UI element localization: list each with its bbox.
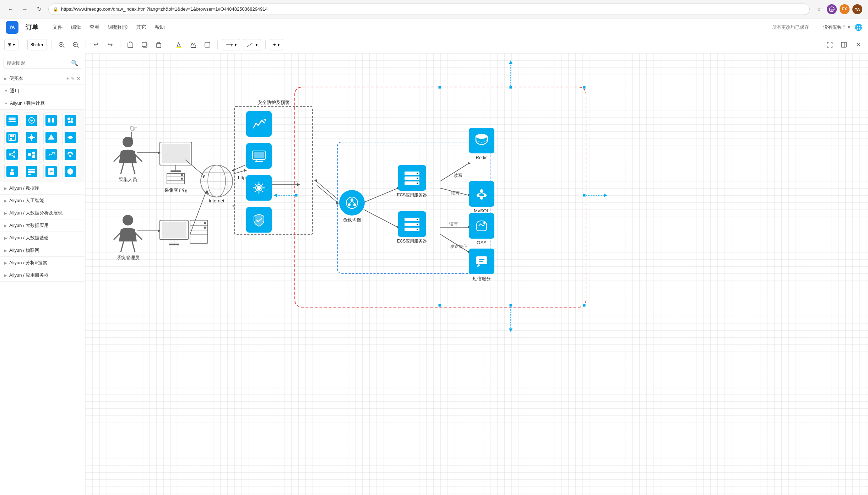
more-button[interactable]: ✕ <box>852 39 864 50</box>
icon-item-13[interactable] <box>4 164 20 179</box>
line-style-dropdown[interactable]: ▾ <box>243 39 261 50</box>
svg-marker-109 <box>244 169 247 172</box>
svg-text:RP: RP <box>830 8 834 11</box>
svg-text:发送短信: 发送短信 <box>450 244 467 249</box>
paste-button[interactable] <box>153 39 164 50</box>
svg-rect-87 <box>160 142 192 165</box>
fullscreen-button[interactable] <box>824 39 835 50</box>
svg-rect-53 <box>28 174 31 175</box>
copy-button[interactable] <box>139 39 150 50</box>
icon-item-7[interactable] <box>43 130 59 145</box>
svg-line-110 <box>233 165 245 170</box>
svg-point-168 <box>348 203 351 206</box>
sidebar-item-elastic[interactable]: ▼ Aliyun / 弹性计算 <box>0 97 85 110</box>
sidebar-item-appserver[interactable]: ▶ Aliyun / 应用服务器 <box>0 269 85 282</box>
back-button[interactable]: ← <box>6 4 16 14</box>
search-input[interactable] <box>7 60 69 66</box>
icon-item-14[interactable] <box>24 164 39 179</box>
svg-line-170 <box>349 201 352 203</box>
svg-rect-36 <box>12 135 14 137</box>
sidebar-item-general[interactable]: ▼ 通用 <box>0 85 85 97</box>
sidebar-item-ai[interactable]: ▶ Aliyun / 人工智能 <box>0 195 85 207</box>
menu-help[interactable]: 帮助 <box>155 23 165 32</box>
sidebar-item-bigdata-apps[interactable]: ▶ Aliyun / 大数据应用 <box>0 219 85 232</box>
svg-point-127 <box>204 227 206 229</box>
svg-line-79 <box>114 154 121 162</box>
icon-item-1[interactable] <box>4 113 20 128</box>
sidebar-item-bigdata-analytics[interactable]: ▶ Aliyun / 大数据分析及展现 <box>0 207 85 219</box>
sidebar-item-bigdata-base[interactable]: ▶ Aliyun / 大数据基础 <box>0 232 85 244</box>
elastic-icons-grid <box>0 110 85 182</box>
zoom-out-button[interactable] <box>70 39 81 50</box>
zoom-in-button[interactable] <box>56 39 67 50</box>
security-service-2[interactable] <box>246 143 272 169</box>
sidebar-item-notepad[interactable]: ▶ 便笺本 + ✎ ✕ <box>0 72 85 85</box>
svg-point-48 <box>69 155 71 157</box>
svg-rect-160 <box>254 152 264 158</box>
panel-toggle-button[interactable] <box>838 39 850 50</box>
app-title: 订单 <box>26 23 38 32</box>
svg-line-138 <box>316 181 337 199</box>
zoom-dropdown[interactable]: 85%▾ <box>27 39 47 50</box>
nickname-label[interactable]: 没有昵称？ ▾ <box>823 24 850 31</box>
oss-icon[interactable]: OSS <box>469 213 494 245</box>
undo-button[interactable]: ↩ <box>90 39 102 50</box>
address-bar[interactable]: 🔒 https://www.freedgo.com/draw_index.htm… <box>48 4 810 15</box>
delete-button[interactable] <box>125 39 136 50</box>
add-more-dropdown[interactable]: +▾ <box>270 39 283 50</box>
ecs2-icon[interactable]: ECS应用服务器 <box>398 211 432 244</box>
svg-text:系统管理员: 系统管理员 <box>116 255 140 260</box>
menu-edit[interactable]: 编辑 <box>71 23 81 32</box>
shape-style-button[interactable] <box>202 39 213 50</box>
edit-notepad-button[interactable]: ✎ <box>71 76 75 81</box>
svg-rect-15 <box>158 42 160 44</box>
icon-item-4[interactable] <box>63 113 78 128</box>
line-color-button[interactable] <box>188 39 199 50</box>
mysql-icon[interactable]: MySQL <box>469 181 494 213</box>
load-balancer-icon[interactable]: 负载均衡 <box>339 190 365 223</box>
icon-item-8[interactable] <box>63 130 78 145</box>
icon-item-16[interactable] <box>63 164 78 179</box>
icon-item-3[interactable] <box>43 113 59 128</box>
add-notepad-button[interactable]: + <box>66 76 69 81</box>
sidebar-item-database[interactable]: ▶ Aliyun / 数据库 <box>0 182 85 195</box>
svg-rect-66 <box>509 86 512 89</box>
svg-rect-45 <box>28 153 31 156</box>
star-button[interactable]: ☆ <box>814 4 824 14</box>
security-service-3[interactable] <box>246 175 272 201</box>
icon-item-11[interactable] <box>43 147 59 162</box>
menu-view[interactable]: 查看 <box>89 23 99 32</box>
sms-icon[interactable]: 短信服务 <box>469 249 494 282</box>
fill-color-button[interactable] <box>173 39 185 50</box>
refresh-button[interactable]: ↻ <box>34 4 44 14</box>
forward-button[interactable]: → <box>20 4 30 14</box>
svg-text:☞: ☞ <box>130 124 137 133</box>
icon-item-2[interactable] <box>24 113 39 128</box>
sidebar-item-search[interactable]: ▶ Aliyun / 分析&搜索 <box>0 257 85 269</box>
connection-style-dropdown[interactable]: ▾ <box>222 39 240 50</box>
search-box[interactable]: 🔍 <box>4 57 81 69</box>
icon-item-6[interactable] <box>24 130 39 145</box>
delete-notepad-button[interactable]: ✕ <box>76 76 81 81</box>
redis-icon[interactable]: Redis <box>469 128 494 160</box>
svg-rect-9 <box>128 43 133 48</box>
icon-item-5[interactable] <box>4 130 20 145</box>
menu-adjust[interactable]: 调整图形 <box>108 23 128 32</box>
canvas-area[interactable]: 安全防护及预警 <box>85 53 868 495</box>
user-avatar[interactable]: YA <box>852 4 862 14</box>
icon-item-12[interactable] <box>63 147 78 162</box>
layout-dropdown[interactable]: ⊞▾ <box>4 39 18 50</box>
svg-rect-63 <box>583 86 586 89</box>
icon-item-15[interactable] <box>43 164 59 179</box>
svg-point-185 <box>476 134 487 139</box>
icon-item-10[interactable] <box>24 147 39 162</box>
security-service-4[interactable] <box>246 207 272 233</box>
globe-icon: 🌐 <box>855 23 862 31</box>
icon-item-9[interactable] <box>4 147 20 162</box>
ecs1-icon[interactable]: ECS应用服务器 <box>398 165 432 198</box>
sidebar-item-iot[interactable]: ▶ Aliyun / 物联网 <box>0 244 85 257</box>
redo-button[interactable]: ↪ <box>104 39 116 50</box>
security-service-1[interactable] <box>246 111 272 137</box>
menu-other[interactable]: 其它 <box>136 23 146 32</box>
menu-file[interactable]: 文件 <box>53 23 63 32</box>
